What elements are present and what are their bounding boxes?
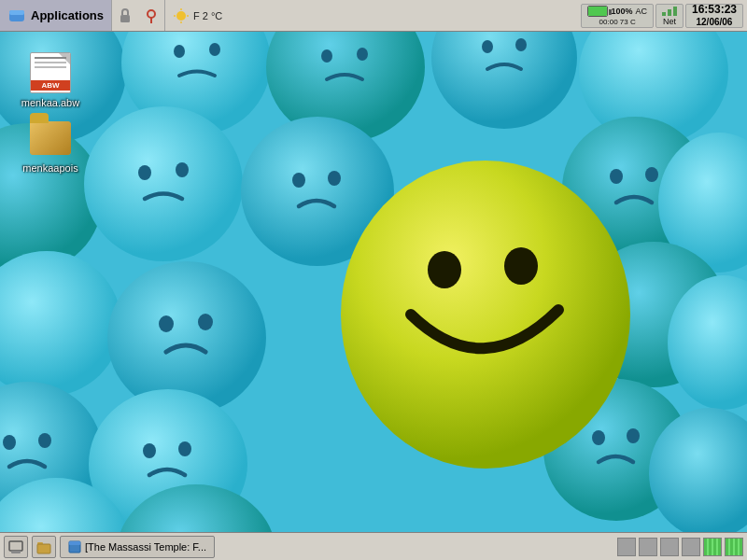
svg-point-43 xyxy=(178,441,191,456)
svg-point-30 xyxy=(328,171,341,186)
weather-icon xyxy=(173,7,190,24)
net-bar-1 xyxy=(662,12,666,16)
svg-point-23 xyxy=(321,49,332,63)
network-indicator[interactable]: Net xyxy=(655,4,684,28)
svg-point-28 xyxy=(176,162,189,177)
weather-text: F 2 °C xyxy=(193,10,222,21)
battery-ac: AC xyxy=(635,7,647,16)
net-bar-2 xyxy=(668,9,671,16)
battery-percent: 100% xyxy=(611,7,632,16)
svg-point-26 xyxy=(515,38,527,51)
top-panel: Applications F 2 xyxy=(0,0,747,32)
show-desktop-icon xyxy=(8,539,23,554)
window-task-icon xyxy=(68,540,81,553)
workspace-6[interactable] xyxy=(725,538,743,556)
svg-rect-45 xyxy=(9,10,24,15)
files-icon xyxy=(36,539,51,554)
svg-point-42 xyxy=(143,443,156,458)
svg-point-31 xyxy=(610,169,623,184)
logout-icon xyxy=(143,7,160,24)
folder-icon xyxy=(28,116,73,161)
applications-menu[interactable]: Applications xyxy=(0,0,112,31)
abw-file-icon: ABW xyxy=(28,50,73,95)
applications-icon xyxy=(7,7,26,25)
svg-point-40 xyxy=(3,435,16,450)
svg-point-34 xyxy=(198,314,213,330)
battery-icon xyxy=(587,6,608,17)
battery-line2: 00:00 73 C xyxy=(599,18,636,26)
svg-rect-46 xyxy=(120,15,130,22)
svg-point-33 xyxy=(159,315,174,332)
svg-point-25 xyxy=(482,40,493,53)
clock-date: 12/06/06 xyxy=(697,17,733,27)
svg-point-32 xyxy=(645,167,658,182)
svg-point-21 xyxy=(174,45,185,58)
abw-icon-label: menkaa.abw xyxy=(21,97,79,108)
logout-button[interactable] xyxy=(138,0,164,31)
window-task-massassi[interactable]: [The Massassi Temple: F... xyxy=(60,536,215,558)
net-bars xyxy=(662,6,677,16)
files-button[interactable] xyxy=(32,536,56,558)
svg-point-24 xyxy=(357,48,368,61)
folder-icon-label: menkaapois xyxy=(22,162,78,174)
weather-section[interactable]: F 2 °C xyxy=(165,7,230,24)
wallpaper xyxy=(0,0,747,560)
svg-point-36 xyxy=(428,251,461,288)
workspace-1[interactable] xyxy=(617,538,636,556)
svg-rect-54 xyxy=(9,541,22,551)
system-tray: 100% AC 00:00 73 C Net 16:53:23 12/06/06 xyxy=(577,0,747,31)
workspace-5[interactable] xyxy=(703,538,722,556)
svg-point-35 xyxy=(341,161,630,469)
applications-label: Applications xyxy=(31,8,104,22)
show-desktop-button[interactable] xyxy=(4,536,28,558)
svg-point-29 xyxy=(292,173,305,188)
svg-point-39 xyxy=(627,428,640,443)
desktop: Applications F 2 xyxy=(0,0,747,560)
desktop-icon-menkaapois[interactable]: menkaapois xyxy=(13,112,88,177)
svg-point-7 xyxy=(84,106,243,261)
clock-time: 16:53:23 xyxy=(692,4,737,16)
lock-icon xyxy=(117,7,134,24)
desktop-icon-menkaa-abw[interactable]: ABW menkaa.abw xyxy=(13,47,88,112)
svg-point-27 xyxy=(138,165,151,180)
clock[interactable]: 16:53:23 12/06/06 xyxy=(685,4,743,28)
svg-point-38 xyxy=(592,430,605,445)
svg-point-37 xyxy=(504,247,538,285)
svg-rect-55 xyxy=(11,551,21,553)
net-bar-3 xyxy=(673,7,677,16)
battery-indicator[interactable]: 100% AC 00:00 73 C xyxy=(581,4,654,28)
workspace-switcher xyxy=(617,538,743,556)
workspace-3[interactable] xyxy=(660,538,679,556)
workspace-2[interactable] xyxy=(639,538,657,556)
lock-button[interactable] xyxy=(112,0,138,31)
workspace-4[interactable] xyxy=(682,538,700,556)
svg-point-49 xyxy=(176,11,186,21)
svg-rect-60 xyxy=(69,541,80,545)
window-task-label: [The Massassi Temple: F... xyxy=(85,541,206,553)
taskbar: [The Massassi Temple: F... xyxy=(0,532,747,560)
net-label: Net xyxy=(663,17,676,26)
svg-point-22 xyxy=(209,43,220,56)
svg-point-47 xyxy=(148,10,155,18)
svg-point-41 xyxy=(38,433,51,448)
